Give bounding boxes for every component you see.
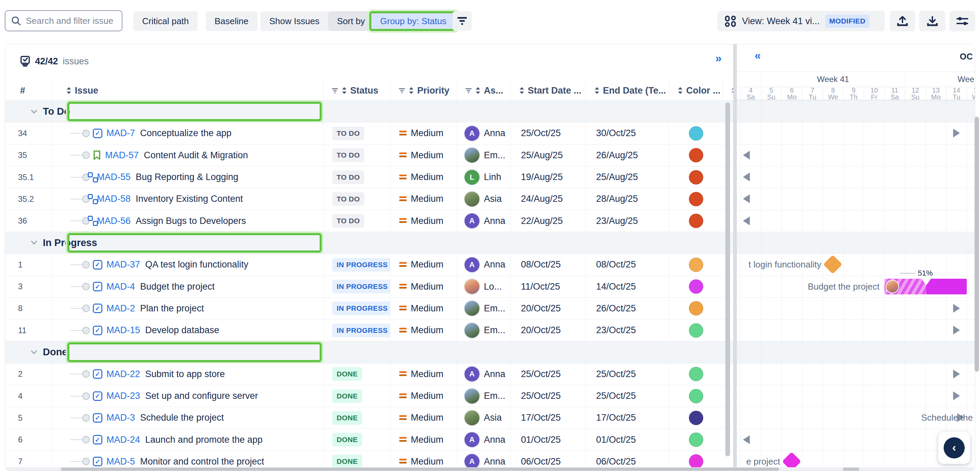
issue-row[interactable]: 2MAD-22Submit to app storeDONEMediumAAnn… [5,363,733,385]
table-vertical-scrollbar[interactable] [725,102,730,457]
column-header-end-date-te-[interactable]: End Date (Te... [585,81,669,101]
status-cell[interactable]: TO DO [323,145,390,166]
filter-funnel-icon[interactable] [465,88,472,94]
priority-cell[interactable]: Medium [390,166,457,188]
assignee-cell[interactable]: LLinh [457,166,511,188]
color-cell[interactable] [669,210,722,232]
issue-key-link[interactable]: MAD-56 [97,216,130,226]
settings-button[interactable] [950,11,975,31]
avatar[interactable]: A [465,432,479,447]
avatar[interactable] [465,410,479,425]
issue-summary[interactable]: Bug Reporting & Logging [136,172,239,182]
group-row-in-progress[interactable]: In Progress [5,232,733,254]
avatar[interactable]: A [465,126,479,141]
sort-icon[interactable] [519,87,525,94]
dependency-handle[interactable] [82,458,90,465]
status-cell[interactable]: IN PROGRESS [323,298,390,319]
avatar[interactable] [465,301,479,316]
baseline-button[interactable]: Baseline [206,11,258,31]
dependency-handle[interactable] [82,436,90,444]
critical-path-button[interactable]: Critical path [133,11,197,31]
start-date-cell[interactable]: 25/Oct/25 [511,123,585,144]
avatar[interactable] [465,279,479,294]
offscreen-right-arrow[interactable] [953,304,960,313]
status-badge[interactable]: IN PROGRESS [332,302,390,315]
start-date-cell[interactable]: 25/Oct/25 [511,364,585,385]
color-cell[interactable] [669,407,722,428]
issue-key-link[interactable]: MAD-37 [107,259,140,270]
priority-cell[interactable]: Medium [390,188,457,210]
dependency-handle[interactable] [82,305,90,312]
color-cell[interactable] [669,276,722,297]
status-badge[interactable]: DONE [332,389,362,403]
chevron-down-icon[interactable] [30,350,37,354]
column-header-priority[interactable]: Priority [390,81,457,101]
end-date-cell[interactable]: 01/Oct/25 [585,429,669,450]
issue-key-link[interactable]: MAD-4 [107,281,135,292]
status-badge[interactable]: TO DO [332,126,364,140]
status-badge[interactable]: DONE [332,433,362,447]
priority-cell[interactable]: Medium [390,145,457,166]
assignee-cell[interactable]: Lo... [457,276,511,297]
end-date-cell[interactable]: 26/Aug/25 [585,145,669,166]
end-date-cell[interactable]: 28/Aug/25 [585,188,669,210]
color-dot[interactable] [689,126,703,141]
issue-row[interactable]: 4MAD-23Set up and configure serverDONEMe… [5,385,733,407]
priority-cell[interactable]: Medium [390,385,457,407]
color-cell[interactable] [669,188,722,210]
assignee-cell[interactable]: Asia [457,188,511,210]
status-badge[interactable]: TO DO [332,171,364,184]
start-date-cell[interactable]: 25/Oct/25 [511,385,585,407]
start-date-cell[interactable]: 20/Oct/25 [511,298,585,319]
offscreen-left-arrow[interactable] [743,216,750,225]
status-cell[interactable]: IN PROGRESS [323,319,390,341]
panel-toggle-button[interactable]: ‹ [938,432,970,464]
assignee-cell[interactable]: AAnna [457,364,511,385]
issue-summary[interactable]: Conceptualize the app [140,128,232,139]
issue-summary[interactable]: Inventory Existing Content [136,194,243,204]
issue-row[interactable]: 36MAD-56Assign Bugs to DevelopersTO DOMe… [5,210,733,232]
dependency-handle[interactable] [82,130,90,137]
start-date-cell[interactable]: 20/Oct/25 [511,319,585,341]
filter-button[interactable] [453,11,472,31]
issue-row[interactable]: 1MAD-37QA test login functionalityIN PRO… [5,254,733,275]
color-dot[interactable] [689,214,703,228]
column-header-as-[interactable]: As... [457,81,511,101]
status-badge[interactable]: IN PROGRESS [332,258,390,271]
end-date-cell[interactable]: 14/Oct/25 [585,276,669,297]
dependency-handle[interactable] [82,393,90,400]
priority-cell[interactable]: Medium [390,210,457,232]
issue-summary[interactable]: Assign Bugs to Developers [136,216,246,226]
color-dot[interactable] [689,389,703,403]
issue-key-link[interactable]: MAD-24 [107,434,140,445]
end-date-cell[interactable]: 26/Oct/25 [585,298,669,319]
filter-funnel-icon[interactable] [331,88,338,94]
offscreen-left-arrow[interactable] [743,435,750,444]
start-date-cell[interactable]: 25/Aug/25 [511,145,585,166]
sort-icon[interactable] [594,87,600,94]
sort-icon[interactable] [408,87,414,94]
color-dot[interactable] [689,279,703,294]
issue-key-link[interactable]: MAD-5 [107,457,135,467]
offscreen-right-arrow[interactable] [953,326,960,335]
priority-cell[interactable]: Medium [390,364,457,385]
color-cell[interactable] [669,166,722,188]
issue-row[interactable]: 3MAD-4Budget the projectIN PROGRESSMediu… [5,275,733,297]
status-badge[interactable]: TO DO [332,148,364,162]
color-dot[interactable] [689,411,703,425]
assignee-cell[interactable]: Em... [457,319,511,341]
avatar[interactable]: L [465,170,479,185]
color-dot[interactable] [689,192,703,206]
sort-icon[interactable] [341,87,347,94]
offscreen-left-arrow[interactable] [743,151,750,160]
gantt-horizontal-scrollbar[interactable] [843,468,859,471]
status-cell[interactable]: DONE [323,407,390,428]
color-cell[interactable] [669,298,722,319]
issue-row[interactable]: 11MAD-15Develop databaseIN PROGRESSMediu… [5,319,733,341]
download-button[interactable] [919,11,945,31]
priority-cell[interactable]: Medium [390,123,457,144]
status-badge[interactable]: TO DO [332,192,364,206]
assignee-cell[interactable]: Asia [457,407,511,428]
offscreen-left-arrow[interactable] [743,172,750,181]
avatar[interactable]: A [465,367,479,382]
